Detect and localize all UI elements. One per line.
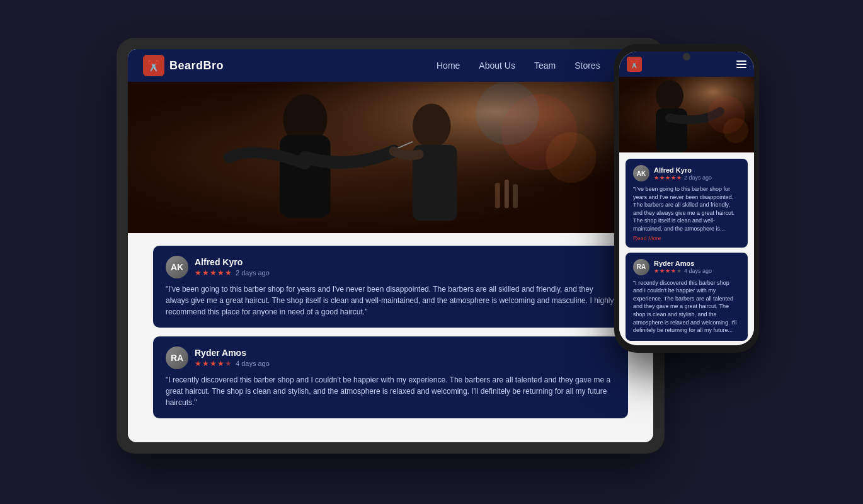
review-header-1: AK Alfred Kyro ★ ★ ★ ★ ★ <box>166 256 615 278</box>
phone-avatar-2: RA <box>633 259 649 275</box>
reviewer-stars-1: ★ ★ ★ ★ ★ <box>195 268 232 277</box>
tablet-screen: ✂️ BeardBro Home About Us Team Stores La… <box>128 49 653 442</box>
read-more-link-1[interactable]: Read More <box>633 235 740 241</box>
reviewer-name-2: Ryder Amos <box>195 348 615 358</box>
star-2: ★ <box>202 268 209 277</box>
reviewer-avatar-1: AK <box>166 256 188 278</box>
star-2-1: ★ <box>195 359 202 368</box>
review-text-1: "I've been going to this barber shop for… <box>166 284 615 318</box>
reviewer-avatar-2: RA <box>166 346 188 369</box>
phone-stars-1: ★ ★ ★ ★ ★ <box>654 175 682 181</box>
review-time-2: 4 days ago <box>236 360 270 367</box>
phone-review-header-1: AK Alfred Kyro ★ ★ ★ ★ ★ <box>633 165 740 181</box>
pstar-3: ★ <box>665 175 670 181</box>
tablet-content-area: AK Alfred Kyro ★ ★ ★ ★ ★ <box>128 233 653 442</box>
tablet-logo-area: ✂️ BeardBro <box>143 55 224 76</box>
svg-point-18 <box>723 118 748 143</box>
phone-avatar-1: AK <box>633 165 649 181</box>
phone-review-time-1: 2 days ago <box>684 175 712 181</box>
tablet-hero-image <box>128 82 653 233</box>
star-1: ★ <box>195 268 202 277</box>
logo-scissors-icon: ✂️ <box>147 60 160 72</box>
phone-device: ✂️ <box>614 44 759 353</box>
phone-screen: ✂️ <box>619 52 754 345</box>
star-5: ★ <box>225 268 232 277</box>
hamburger-line-3 <box>736 67 746 68</box>
pstar-5: ★ <box>677 175 682 181</box>
phone-review-text-2: "I recently discovered this barber shop … <box>633 279 740 335</box>
svg-rect-12 <box>513 184 518 208</box>
phone-notch <box>683 53 690 60</box>
pstar2-5: ★ <box>677 268 682 274</box>
svg-rect-10 <box>495 183 500 208</box>
phone-hero-image <box>619 77 754 152</box>
reviewer-stars-2: ★ ★ ★ ★ ★ <box>195 359 232 368</box>
svg-rect-11 <box>505 180 509 208</box>
review-card-1: AK Alfred Kyro ★ ★ ★ ★ ★ <box>153 246 628 328</box>
nav-team[interactable]: Team <box>534 60 556 71</box>
tablet-logo-icon: ✂️ <box>143 55 164 76</box>
tablet-navbar: ✂️ BeardBro Home About Us Team Stores La… <box>128 49 653 82</box>
nav-about[interactable]: About Us <box>479 60 515 71</box>
star-2-4: ★ <box>217 359 224 368</box>
phone-hero-svg <box>619 77 754 152</box>
hamburger-line-1 <box>736 60 746 62</box>
pstar2-4: ★ <box>671 268 676 274</box>
phone-reviewer-meta-1: ★ ★ ★ ★ ★ 2 days ago <box>654 175 712 181</box>
phone-reviewer-name-2: Ryder Amos <box>654 260 712 267</box>
tablet-nav-links: Home About Us Team Stores Labs <box>437 60 638 71</box>
pstar2-3: ★ <box>665 268 670 274</box>
pstar2-2: ★ <box>660 268 665 274</box>
phone-reviewer-info-2: Ryder Amos ★ ★ ★ ★ ★ 4 days ago <box>654 260 712 274</box>
star-3: ★ <box>210 268 217 277</box>
phone-reviewer-info-1: Alfred Kyro ★ ★ ★ ★ ★ 2 days ago <box>654 166 712 181</box>
tablet-brand-name: BeardBro <box>169 59 224 72</box>
pstar-4: ★ <box>671 175 676 181</box>
review-text-2: "I recently discovered this barber shop … <box>166 374 615 408</box>
reviewer-info-2: Ryder Amos ★ ★ ★ ★ ★ 4 days ago <box>195 348 615 368</box>
review-time-1: 2 days ago <box>236 269 270 277</box>
svg-point-15 <box>656 80 683 112</box>
scene: ✂️ BeardBro Home About Us Team Stores La… <box>85 25 778 479</box>
phone-stars-2: ★ ★ ★ ★ ★ <box>654 268 682 274</box>
review-card-2: RA Ryder Amos ★ ★ ★ ★ ★ <box>153 336 628 418</box>
pstar-1: ★ <box>654 175 659 181</box>
svg-rect-3 <box>280 135 330 218</box>
star-2-3: ★ <box>210 359 217 368</box>
phone-hamburger-menu[interactable] <box>736 60 746 68</box>
phone-reviewer-name-1: Alfred Kyro <box>654 166 712 174</box>
phone-reviewer-meta-2: ★ ★ ★ ★ ★ 4 days ago <box>654 268 712 274</box>
svg-point-5 <box>413 104 450 148</box>
review-header-2: RA Ryder Amos ★ ★ ★ ★ ★ <box>166 346 615 369</box>
reviewer-meta-1: ★ ★ ★ ★ ★ 2 days ago <box>195 268 615 277</box>
star-2-5: ★ <box>225 359 232 368</box>
svg-point-8 <box>546 132 596 183</box>
star-4: ★ <box>217 268 224 277</box>
hero-svg <box>128 82 653 233</box>
pstar2-1: ★ <box>654 268 659 274</box>
svg-point-9 <box>476 82 539 145</box>
phone-review-card-1: AK Alfred Kyro ★ ★ ★ ★ ★ <box>626 159 748 248</box>
tablet-device: ✂️ BeardBro Home About Us Team Stores La… <box>117 38 665 454</box>
phone-logo-icon: ✂️ <box>627 57 642 72</box>
pstar-2: ★ <box>660 175 665 181</box>
phone-review-time-2: 4 days ago <box>684 268 712 274</box>
hamburger-line-2 <box>736 64 746 65</box>
phone-review-header-2: RA Ryder Amos ★ ★ ★ ★ ★ <box>633 259 740 275</box>
phone-scissors-icon: ✂️ <box>630 60 639 69</box>
nav-home[interactable]: Home <box>437 60 460 71</box>
phone-review-text-1: "I've been going to this barber shop for… <box>633 185 740 233</box>
reviewer-name-1: Alfred Kyro <box>195 257 615 267</box>
phone-review-card-2: RA Ryder Amos ★ ★ ★ ★ ★ <box>626 253 748 341</box>
nav-stores[interactable]: Stores <box>574 60 600 71</box>
reviewer-meta-2: ★ ★ ★ ★ ★ 4 days ago <box>195 359 615 368</box>
star-2-2: ★ <box>202 359 209 368</box>
phone-content-area: AK Alfred Kyro ★ ★ ★ ★ ★ <box>619 152 754 345</box>
reviewer-info-1: Alfred Kyro ★ ★ ★ ★ ★ 2 days ago <box>195 257 615 277</box>
